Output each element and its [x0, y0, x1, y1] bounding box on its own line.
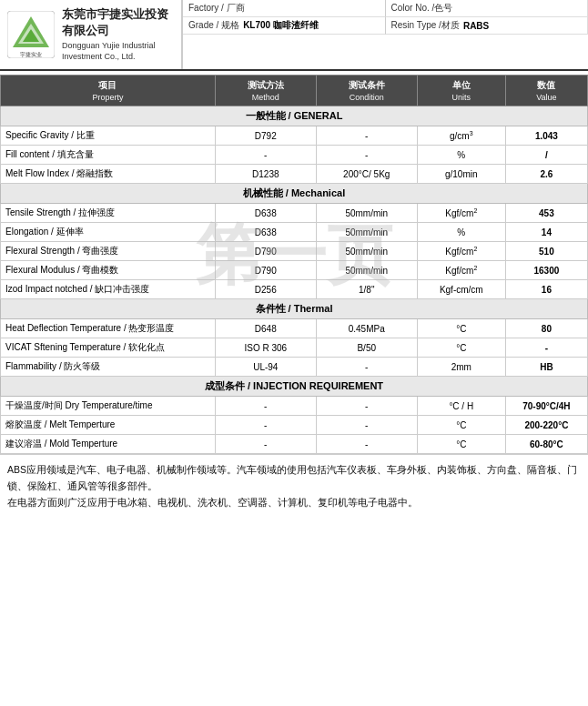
unit-cell: % — [417, 223, 505, 242]
section-label: 一般性能 / GENERAL — [1, 106, 588, 126]
unit-cell: Kgf-cm/cm — [417, 280, 505, 299]
value-cell: 453 — [505, 204, 587, 223]
section-header-row: 成型条件 / INJECTION REQUIREMENT — [1, 377, 588, 397]
section-header-row: 机械性能 / Mechanical — [1, 184, 588, 204]
method-cell: D1238 — [215, 165, 316, 184]
unit-cell: °C — [417, 416, 505, 435]
property-cell: VICAT Sftening Temperature / 软化化点 — [1, 338, 216, 358]
properties-table: 项目Property 测试方法Method 测试条件Condition 单位Un… — [0, 75, 588, 454]
condition-cell: 50mm/min — [316, 261, 417, 280]
grade-label: Grade / 规格 — [188, 19, 239, 32]
factory-field: Factory / 厂商 — [183, 0, 386, 17]
header: 宇捷实业 东莞市宇捷实业投资有限公司 Dongguan Yujie Indust… — [0, 0, 588, 71]
property-cell: Flexural Modulus / 弯曲模数 — [1, 261, 216, 280]
condition-cell: 50mm/min — [316, 242, 417, 261]
col-property: 项目Property — [1, 76, 216, 106]
table-row: Flammability / 防火等级UL-94-2mmHB — [1, 358, 588, 377]
table-row: 熔胶温度 / Melt Temperture--°C200-220°C — [1, 416, 588, 435]
property-cell: Heat Deflection Temperature / 热变形温度 — [1, 319, 216, 338]
table-row: 建议溶温 / Mold Temperture--°C60-80°C — [1, 435, 588, 454]
value-cell: 16300 — [505, 261, 587, 280]
col-method: 测试方法Method — [215, 76, 316, 106]
table-row: Elongation / 延伸率D63850mm/min%14 — [1, 223, 588, 242]
value-cell: 510 — [505, 242, 587, 261]
resin-label: Resin Type /材质 — [391, 19, 460, 32]
method-cell: D648 — [215, 319, 316, 338]
condition-cell: B/50 — [316, 338, 417, 358]
condition-cell: - — [316, 435, 417, 454]
condition-cell: 1/8" — [316, 280, 417, 299]
col-condition: 测试条件Condition — [316, 76, 417, 106]
property-cell: Flammability / 防火等级 — [1, 358, 216, 377]
unit-cell: Kgf/cm2 — [417, 242, 505, 261]
footer-text: ABS应用领域是汽车、电子电器、机械制作领域等。汽车领域的使用包括汽车仪表板、车… — [0, 454, 588, 515]
header-fields: Factory / 厂商 Color No. /色号 Grade / 规格 KL… — [182, 0, 588, 69]
section-label: 成型条件 / INJECTION REQUIREMENT — [1, 377, 588, 397]
value-cell: 70-90°C/4H — [505, 397, 587, 416]
method-cell: - — [215, 435, 316, 454]
value-cell: 16 — [505, 280, 587, 299]
unit-cell: g/cm3 — [417, 126, 505, 146]
footer-line-2: 在电器方面则广泛应用于电冰箱、电视机、洗衣机、空调器、计算机、复印机等电子电器中… — [7, 495, 581, 511]
table-row: Melt Flow Index / 熔融指数D1238200°C/ 5Kgg/1… — [1, 165, 588, 184]
table-row: Specific Gravity / 比重D792-g/cm31.043 — [1, 126, 588, 146]
section-label: 机械性能 / Mechanical — [1, 184, 588, 204]
table-row: Flexural Modulus / 弯曲模数D79050mm/minKgf/c… — [1, 261, 588, 280]
value-cell: 14 — [505, 223, 587, 242]
value-cell: HB — [505, 358, 587, 377]
condition-cell: - — [316, 146, 417, 165]
method-cell: D256 — [215, 280, 316, 299]
method-cell: D792 — [215, 126, 316, 146]
value-cell: - — [505, 338, 587, 358]
property-cell: 干燥温度/时间 Dry Temperature/time — [1, 397, 216, 416]
svg-text:宇捷实业: 宇捷实业 — [20, 51, 42, 57]
condition-cell: - — [316, 416, 417, 435]
table-container: 第一页 项目Property 测试方法Method 测试条件Condition … — [0, 75, 588, 454]
table-row: VICAT Sftening Temperature / 软化化点ISO R 3… — [1, 338, 588, 358]
unit-cell: Kgf/cm2 — [417, 204, 505, 223]
col-units: 单位Units — [417, 76, 505, 106]
method-cell: - — [215, 397, 316, 416]
value-cell: / — [505, 146, 587, 165]
property-cell: Specific Gravity / 比重 — [1, 126, 216, 146]
grade-field: Grade / 规格 KL700 咖啡渣纤维 — [183, 17, 386, 35]
property-cell: 熔胶温度 / Melt Temperture — [1, 416, 216, 435]
value-cell: 200-220°C — [505, 416, 587, 435]
property-cell: Elongation / 延伸率 — [1, 223, 216, 242]
page-container: 宇捷实业 东莞市宇捷实业投资有限公司 Dongguan Yujie Indust… — [0, 0, 588, 515]
property-cell: Tensile Strength / 拉伸强度 — [1, 204, 216, 223]
section-label: 条件性 / Thermal — [1, 299, 588, 319]
property-cell: 建议溶温 / Mold Temperture — [1, 435, 216, 454]
unit-cell: °C — [417, 319, 505, 338]
method-cell: - — [215, 146, 316, 165]
method-cell: UL-94 — [215, 358, 316, 377]
table-row: Izod Impact notched / 缺口冲击强度D2561/8"Kgf-… — [1, 280, 588, 299]
method-cell: D638 — [215, 223, 316, 242]
method-cell: ISO R 306 — [215, 338, 316, 358]
col-value: 数值Value — [505, 76, 587, 106]
table-row: Flexural Strength / 弯曲强度D79050mm/minKgf/… — [1, 242, 588, 261]
table-row: Fill content / 填充含量--%/ — [1, 146, 588, 165]
property-cell: Flexural Strength / 弯曲强度 — [1, 242, 216, 261]
table-header-row: 项目Property 测试方法Method 测试条件Condition 单位Un… — [1, 76, 588, 106]
property-cell: Melt Flow Index / 熔融指数 — [1, 165, 216, 184]
resin-value: RABS — [463, 21, 489, 31]
condition-cell: 50mm/min — [316, 223, 417, 242]
method-cell: D638 — [215, 204, 316, 223]
unit-cell: % — [417, 146, 505, 165]
method-cell: - — [215, 416, 316, 435]
value-cell: 1.043 — [505, 126, 587, 146]
condition-cell: - — [316, 358, 417, 377]
footer-line-1: ABS应用领域是汽车、电子电器、机械制作领域等。汽车领域的使用包括汽车仪表板、车… — [7, 462, 581, 495]
section-header-row: 条件性 / Thermal — [1, 299, 588, 319]
company-name-zh: 东莞市宇捷实业投资有限公司 — [62, 6, 174, 39]
value-cell: 60-80°C — [505, 435, 587, 454]
method-cell: D790 — [215, 261, 316, 280]
table-row: Heat Deflection Temperature / 热变形温度D6480… — [1, 319, 588, 338]
condition-cell: 0.45MPa — [316, 319, 417, 338]
condition-cell: - — [316, 397, 417, 416]
unit-cell: 2mm — [417, 358, 505, 377]
table-row: Tensile Strength / 拉伸强度D63850mm/minKgf/c… — [1, 204, 588, 223]
unit-cell: °C — [417, 435, 505, 454]
property-cell: Izod Impact notched / 缺口冲击强度 — [1, 280, 216, 299]
